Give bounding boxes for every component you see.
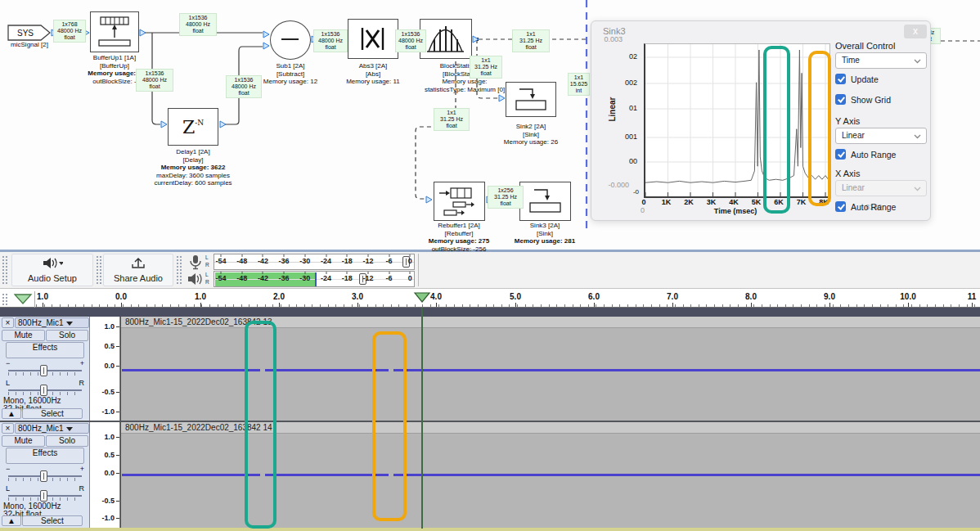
- clip-title-bar[interactable]: 800Hz_Mic1-15_2022Dec02_163842 14: [121, 422, 980, 434]
- checkbox-checked-icon[interactable]: [835, 149, 846, 160]
- ruler-time-label: 9.0: [824, 292, 835, 301]
- sys-caption: micSignal [2]: [0, 41, 59, 49]
- block-rebuffer1[interactable]: [434, 182, 485, 221]
- block-blockstatistics1[interactable]: [420, 19, 472, 59]
- ruler-minor-tick: [959, 304, 960, 307]
- y-axis-group-label: Y Axis: [835, 116, 927, 126]
- mute-button[interactable]: Mute: [2, 330, 45, 341]
- ruler-minor-tick: [888, 304, 888, 307]
- recording-meter[interactable]: -54-48-42-36-30-24-18-12-60: [214, 254, 415, 270]
- vertical-scale-ruler[interactable]: 1.00.50.0-0.5-1.0: [90, 422, 120, 528]
- playback-meter-toolbar[interactable]: L R -54-48-42-36-30-24-18-12-60: [185, 271, 416, 288]
- select-button[interactable]: Select: [22, 408, 83, 419]
- ruler-minor-tick: [170, 304, 171, 307]
- ruler-minor-tick: [762, 304, 762, 307]
- waveform-area[interactable]: 800Hz_Mic1-15_2022Dec02_163842 13: [120, 317, 980, 421]
- gain-slider[interactable]: −+: [4, 362, 86, 379]
- waveform-gap: [260, 369, 265, 371]
- toolbar-grip[interactable]: [2, 255, 7, 285]
- record-meter-toolbar[interactable]: L R -54-48-42-36-30-24-18-12-60: [185, 254, 416, 271]
- channel-label: L: [205, 254, 209, 260]
- block-sink3[interactable]: [519, 182, 571, 221]
- meter-db-tick: [263, 254, 263, 257]
- solo-button[interactable]: Solo: [46, 330, 88, 341]
- pan-left-label: L: [6, 379, 10, 387]
- collapse-button[interactable]: ▲: [2, 408, 21, 419]
- sys-input-tag[interactable]: SYS: [7, 25, 52, 41]
- meter-db-label: 0: [408, 274, 412, 282]
- ruler-major-tick: [594, 303, 595, 307]
- y-axis-dropdown[interactable]: Linear: [835, 128, 927, 144]
- share-audio-button[interactable]: Share Audio: [103, 254, 173, 286]
- track-close-button[interactable]: ×: [2, 317, 14, 328]
- gain-thumb[interactable]: [40, 365, 47, 376]
- pan-thumb[interactable]: [40, 490, 47, 502]
- track-title-dropdown[interactable]: 800Hz_Mic1: [15, 317, 89, 328]
- select-button[interactable]: Select: [22, 515, 83, 526]
- scope-plot-area[interactable]: [644, 43, 830, 198]
- bufferup-icon: [91, 12, 137, 51]
- abs-icon: [348, 20, 397, 57]
- amplitude-label: 0.0: [104, 362, 115, 370]
- delay-icon: Z-N: [169, 109, 218, 145]
- block-delay1[interactable]: Z-N: [168, 108, 218, 146]
- share-upload-icon: [131, 257, 146, 272]
- block-bufferup1[interactable]: [90, 11, 139, 52]
- vertical-scale-ruler[interactable]: 1.00.50.0-0.5-1.0: [90, 317, 120, 421]
- meter-db-tick: [410, 254, 411, 257]
- waveform-area[interactable]: 800Hz_Mic1-15_2022Dec02_163842 14: [120, 422, 980, 528]
- sink-icon: [520, 182, 569, 219]
- meter-db-tick: [326, 272, 326, 274]
- gain-slider[interactable]: −+: [4, 468, 86, 484]
- ruler-time-label: 11: [968, 292, 977, 301]
- ruler-minor-tick: [75, 304, 76, 307]
- track-separator[interactable]: [0, 421, 980, 422]
- playback-meter[interactable]: -54-48-42-36-30-24-18-12-60: [214, 271, 415, 287]
- mute-button[interactable]: Mute: [2, 435, 45, 447]
- block-abs3[interactable]: [348, 19, 398, 59]
- checkbox-checked-icon[interactable]: [835, 94, 846, 105]
- track-close-button[interactable]: ×: [2, 423, 14, 434]
- toolbar-separator: [418, 254, 419, 286]
- pan-thumb[interactable]: [40, 385, 47, 396]
- ruler-minor-tick: [580, 304, 581, 307]
- ruler-major-tick: [972, 303, 973, 307]
- clip-title-bar[interactable]: 800Hz_Mic1-15_2022Dec02_163842 13: [121, 317, 980, 328]
- toolbar-grip[interactable]: [96, 255, 101, 285]
- toolbar-grip[interactable]: [176, 255, 182, 285]
- scope-close-button[interactable]: x: [904, 25, 927, 38]
- ruler-minor-tick: [454, 304, 455, 307]
- overall-control-dropdown[interactable]: Time: [835, 52, 927, 69]
- solo-button[interactable]: Solo: [46, 435, 88, 447]
- sink3-scope-window[interactable]: Sink3 x 0.003 -0.000 -0 Linear 01K2K3K4K…: [591, 20, 931, 221]
- gain-thumb[interactable]: [40, 470, 47, 482]
- share-audio-label: Share Audio: [114, 273, 163, 283]
- effects-button[interactable]: Effects: [6, 448, 84, 464]
- ruler-minor-tick: [194, 304, 195, 307]
- block-sink2[interactable]: [506, 82, 556, 117]
- gain-max-label: +: [80, 359, 84, 367]
- waveform-gap: [389, 369, 393, 371]
- track-title-dropdown[interactable]: 800Hz_Mic1: [15, 423, 89, 434]
- timeline-ruler[interactable]: 1.00.01.02.03.04.05.06.07.08.09.010.011: [0, 291, 980, 308]
- ruler-minor-tick: [391, 304, 392, 307]
- collapse-button[interactable]: ▲: [2, 515, 21, 526]
- x-axis-tick-label: 5K: [752, 198, 762, 206]
- ruler-minor-tick: [44, 304, 45, 307]
- ruler-minor-tick: [746, 304, 747, 307]
- ruler-minor-tick: [627, 304, 628, 307]
- channel-label: R: [205, 279, 209, 285]
- block-sub1[interactable]: [270, 20, 311, 60]
- checkbox-checked-icon[interactable]: [835, 201, 846, 212]
- audio-setup-button[interactable]: Audio Setup: [11, 254, 93, 286]
- playhead-pin-icon[interactable]: [413, 292, 431, 303]
- x-axis-tick-label: 0: [641, 198, 645, 206]
- checkbox-checked-icon[interactable]: [835, 74, 846, 84]
- effects-button[interactable]: Effects: [6, 342, 84, 358]
- ruler-minor-tick: [825, 304, 825, 307]
- ruler-time-label: 7.0: [667, 292, 678, 301]
- ruler-minor-tick: [218, 304, 218, 307]
- subtract-icon: [271, 21, 309, 58]
- meter-db-tick: [304, 272, 305, 274]
- block-caption-sink2: Sink2 [2A][Sink]Memory usage: 26: [478, 123, 584, 146]
